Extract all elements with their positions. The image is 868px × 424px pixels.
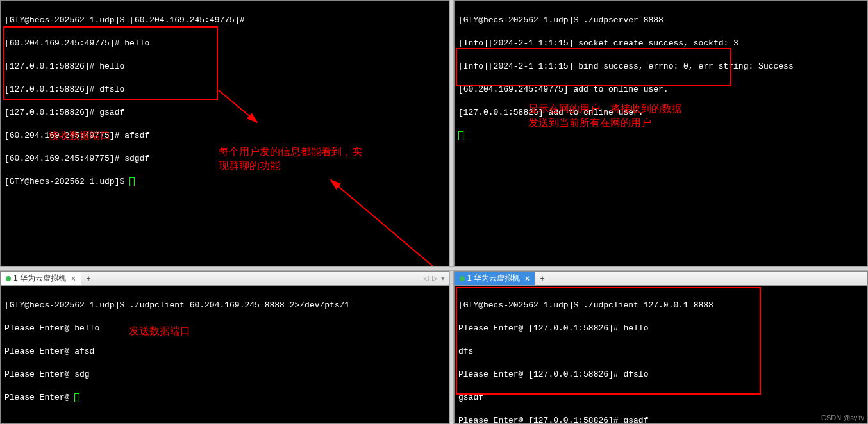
- cmd-text: [60.204.169.245:49775]#: [129, 15, 244, 25]
- add-tab-button[interactable]: +: [81, 274, 96, 283]
- pane-top-left[interactable]: [GTY@hecs-202562 1.udp]$ [60.204.169.245…: [0, 0, 449, 266]
- output-line: dfs: [458, 346, 864, 357]
- output-line: [Info][2024-2-1 1:1:15] socket create su…: [458, 38, 864, 49]
- prev-tab-icon[interactable]: ◁: [423, 274, 428, 282]
- terminal-bottom-left[interactable]: [GTY@hecs-202562 1.udp]$ ./udpclient 60.…: [1, 286, 449, 424]
- output-line: Please Enter@ [127.0.0.1:58826]# gsadf: [458, 415, 864, 424]
- pane-bottom-left[interactable]: 1 华为云虚拟机 × + ◁ ▷ ▾ [GTY@hecs-202562 1.ud…: [0, 271, 449, 424]
- output-line: Please Enter@ [127.0.0.1:58826]# dfslo: [458, 369, 864, 380]
- output-line: [127.0.0.1:58826] add to online user.: [458, 107, 864, 118]
- watermark: CSDN @sy'ty: [821, 414, 864, 421]
- output-line: [GTY@hecs-202562 1.udp]$ ./udpclient 127…: [458, 300, 864, 311]
- tab-vm[interactable]: 1 华为云虚拟机 ×: [1, 272, 81, 285]
- output-line: [GTY@hecs-202562 1.udp]$ ./udpclient 60.…: [4, 300, 445, 311]
- terminal-top-right[interactable]: [GTY@hecs-202562 1.udp]$ ./udpserver 888…: [455, 1, 867, 167]
- cursor-icon: [129, 177, 135, 186]
- output-line: Please Enter@ [127.0.0.1:58826]# hello: [458, 323, 864, 334]
- four-pane-layout: [GTY@hecs-202562 1.udp]$ [60.204.169.245…: [0, 0, 868, 424]
- output-line: [60.204.169.245:49775]# hello: [4, 38, 445, 49]
- vertical-splitter[interactable]: [449, 271, 454, 424]
- close-icon[interactable]: ×: [71, 274, 76, 283]
- next-tab-icon[interactable]: ▷: [432, 274, 437, 282]
- tab-bar: 1 华为云虚拟机 × +: [455, 272, 867, 286]
- tab-label: 1 华为云虚拟机: [13, 273, 66, 284]
- close-icon[interactable]: ×: [525, 274, 530, 283]
- output-line: [127.0.0.1:58826]# gsadf: [4, 107, 445, 118]
- cursor-icon: [458, 131, 463, 140]
- tab-vm[interactable]: 1 华为云虚拟机 ×: [455, 272, 535, 285]
- status-dot-icon: [6, 276, 11, 281]
- pane-top-right[interactable]: [GTY@hecs-202562 1.udp]$ ./udpserver 888…: [454, 0, 868, 266]
- output-line: [127.0.0.1:58826]# hello: [4, 61, 445, 72]
- output-line: Please Enter@: [4, 393, 74, 402]
- output-line: gsadf: [458, 392, 864, 404]
- output-line: Please Enter@ afsd: [4, 346, 445, 357]
- output-line: [60.204.169.245:49775] add to online use…: [458, 84, 864, 95]
- tab-label: 1 华为云虚拟机: [467, 273, 520, 284]
- add-tab-button[interactable]: +: [535, 274, 549, 283]
- prompt: [GTY@hecs-202562 1.udp]$: [4, 177, 129, 186]
- output-line: [GTY@hecs-202562 1.udp]$ ./udpserver 888…: [458, 15, 864, 26]
- terminal-top-left[interactable]: [GTY@hecs-202562 1.udp]$ [60.204.169.245…: [1, 1, 449, 213]
- pane-bottom-right[interactable]: 1 华为云虚拟机 × + [GTY@hecs-202562 1.udp]$ ./…: [454, 271, 868, 424]
- tab-menu-icon[interactable]: ▾: [441, 274, 445, 282]
- output-line: [60.204.169.245:49775]# sdgdf: [4, 153, 445, 165]
- output-line: [Info][2024-2-1 1:1:15] bind success, er…: [458, 61, 864, 72]
- output-line: [127.0.0.1:58826]# dfslo: [4, 84, 445, 95]
- cursor-icon: [74, 393, 79, 402]
- output-line: [60.204.169.245:49775]# afsdf: [4, 130, 445, 142]
- tab-bar: 1 华为云虚拟机 × + ◁ ▷ ▾: [1, 272, 449, 286]
- prompt: [GTY@hecs-202562 1.udp]$: [4, 15, 129, 25]
- horizontal-splitter[interactable]: [0, 266, 868, 271]
- terminal-bottom-right[interactable]: [GTY@hecs-202562 1.udp]$ ./udpclient 127…: [455, 286, 867, 424]
- output-line: Please Enter@ sdg: [4, 369, 445, 380]
- status-dot-icon: [460, 276, 465, 281]
- output-line: Please Enter@ hello: [4, 323, 445, 334]
- vertical-splitter[interactable]: [449, 0, 454, 266]
